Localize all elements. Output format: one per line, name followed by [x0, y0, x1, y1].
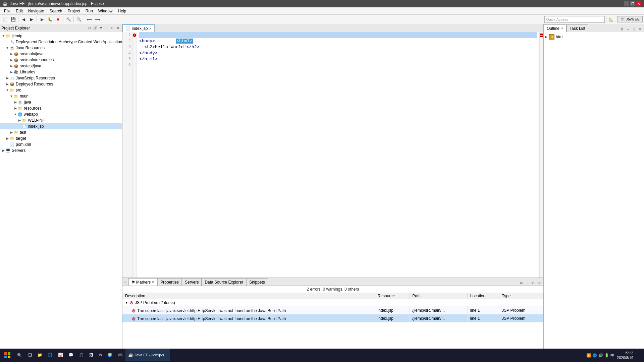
bottom-panel-close[interactable]: ✕	[537, 280, 542, 286]
tree-item-jlemip[interactable]: ▼ 📁 jlemip	[0, 33, 122, 39]
bottom-tab-snippets[interactable]: Snippets	[246, 278, 268, 286]
expand-deployed-resources[interactable]: ▶	[5, 82, 9, 86]
tree-item-java-resources[interactable]: ▼ ☕ Java Resources	[0, 45, 122, 51]
expand-src-test-java[interactable]: ▶	[9, 64, 13, 68]
expand-js-resources[interactable]: ▶	[5, 76, 9, 80]
forward-button[interactable]: ▶	[28, 16, 35, 23]
tree-item-src-test-java[interactable]: ▶ 📦 src/test/java	[0, 63, 122, 69]
taskbar-app1[interactable]: 📊	[55, 349, 66, 361]
expand-src-main-resources[interactable]: ▶	[9, 58, 13, 62]
bottom-panel-sync[interactable]: ⚙	[519, 280, 524, 286]
col-description[interactable]: Description	[122, 293, 375, 299]
start-button[interactable]	[1, 349, 13, 361]
expand-src[interactable]: ▼	[5, 88, 9, 92]
tab-close-button[interactable]: ✕	[149, 27, 152, 31]
search-button[interactable]: 🔍	[75, 16, 83, 23]
tray-arrow-icon[interactable]: 🔼	[586, 353, 591, 358]
tree-item-src[interactable]: ▼ 📁 src	[0, 87, 122, 93]
bottom-panel-minimize[interactable]: ─	[525, 280, 530, 286]
menu-navigate[interactable]: Navigate	[25, 8, 47, 14]
code-line-1[interactable]: <html>	[139, 32, 537, 38]
panel-maximize-button[interactable]: □	[110, 25, 115, 31]
bottom-tab-datasource[interactable]: Data Source Explorer	[202, 278, 246, 286]
new-button[interactable]: 📄	[1, 16, 9, 23]
tray-input-icon[interactable]: 中	[610, 353, 614, 358]
panel-menu-button[interactable]: ▼	[98, 25, 104, 31]
col-location[interactable]: Location	[467, 293, 499, 299]
outline-tab[interactable]: Outline ✕	[544, 24, 567, 32]
show-desktop-button[interactable]	[636, 349, 643, 362]
menu-help[interactable]: Help	[115, 8, 129, 14]
tree-item-resources[interactable]: ▶ 📁 resources	[0, 105, 122, 111]
col-resource[interactable]: Resource	[375, 293, 410, 299]
stop-button[interactable]: ■	[54, 16, 62, 23]
expand-webapp[interactable]: ▼	[13, 112, 17, 116]
bottom-panel-maximize[interactable]: □	[531, 280, 536, 286]
bottom-tab-servers[interactable]: Servers	[182, 278, 202, 286]
tree-item-web-inf[interactable]: ▶ 📁 WEB-INF	[0, 117, 122, 123]
col-path[interactable]: Path	[410, 293, 467, 299]
tray-network-icon[interactable]: 🌐	[592, 353, 597, 358]
expand-java[interactable]: ▶	[13, 100, 17, 104]
taskbar-clock[interactable]: 15:23 2020/8/19	[617, 351, 636, 360]
taskbar-eclipse[interactable]: ☕ Java EE - jlemip/s...	[125, 349, 170, 361]
close-button[interactable]: ✕	[636, 1, 641, 6]
tree-item-pom-xml[interactable]: 📄 pom.xml	[0, 141, 122, 147]
right-panel-close[interactable]: ✕	[637, 26, 643, 32]
code-line-2[interactable]: <body>	[139, 38, 537, 44]
tree-item-index-jsp[interactable]: 📄 index.jsp	[0, 123, 122, 129]
code-line-4[interactable]: </body>	[139, 50, 537, 56]
back-button[interactable]: ◀	[20, 16, 27, 23]
menu-project[interactable]: Project	[65, 8, 83, 14]
markers-tab-close[interactable]: ✕	[152, 281, 154, 284]
run-button[interactable]: ▶	[38, 16, 46, 23]
task-list-tab[interactable]: Task List	[567, 24, 588, 32]
taskbar-app4[interactable]: 🖼	[87, 349, 96, 361]
next-edit-button[interactable]: ⟶	[94, 16, 101, 23]
taskbar-app2[interactable]: 💬	[66, 349, 76, 361]
taskbar-search-button[interactable]: 🔍	[13, 349, 25, 361]
taskbar-app6[interactable]: 🌍	[105, 349, 115, 361]
tree-item-deployed-resources[interactable]: ▶ 📦 Deployed Resources	[0, 81, 122, 87]
menu-run[interactable]: Run	[83, 8, 96, 14]
panel-minimize-button[interactable]: ─	[104, 25, 109, 31]
taskbar-app3[interactable]: 🎵	[76, 349, 87, 361]
tree-item-src-main-java[interactable]: ▶ 📦 src/main/java	[0, 51, 122, 57]
group-expand-icon[interactable]: ▼	[125, 301, 128, 304]
markers-row-1[interactable]: ⊗ The superclass 'javax.servlet.http.Htt…	[122, 306, 543, 314]
right-panel-maximize[interactable]: □	[631, 26, 637, 32]
menu-search[interactable]: Search	[47, 8, 65, 14]
code-line-6[interactable]	[139, 62, 537, 68]
tree-item-java[interactable]: ▶ ☕ java	[0, 99, 122, 105]
tree-item-test[interactable]: ▶ 📁 test	[0, 129, 122, 135]
expand-libraries[interactable]: ▶	[9, 70, 13, 74]
code-line-3[interactable]: <h2>Hello World!</h2>	[139, 44, 537, 50]
expand-target[interactable]: ▶	[5, 136, 9, 140]
taskbar-browser[interactable]: 🌐	[45, 349, 55, 361]
editor-tab-index-jsp[interactable]: 📄 index.jsp ✕	[122, 24, 155, 32]
quick-access-input[interactable]: Quick Access	[544, 16, 605, 23]
expand-test[interactable]: ▶	[9, 130, 13, 134]
tree-item-src-main-resources[interactable]: ▶ 📦 src/main/resources	[0, 57, 122, 63]
taskbar-taskview[interactable]: ❑	[25, 349, 35, 361]
bottom-tab-markers[interactable]: ⚑ Markers ✕	[128, 278, 157, 286]
link-editor-button[interactable]: 🔗	[93, 25, 98, 31]
collapse-all-button[interactable]: ⊟	[87, 25, 92, 31]
minimize-button[interactable]: ─	[624, 1, 629, 6]
tree-item-main[interactable]: ▼ 📁 main	[0, 93, 122, 99]
outline-tab-close[interactable]: ✕	[561, 27, 564, 30]
taskbar-app5[interactable]: ✉	[96, 349, 105, 361]
markers-row-2[interactable]: ⊗ The superclass 'javax.servlet.http.Htt…	[122, 314, 543, 322]
expand-main[interactable]: ▼	[9, 94, 13, 98]
tree-item-js-resources[interactable]: ▶ JS JavaScript Resources	[0, 75, 122, 81]
markers-summary[interactable]: 2 errors, 0 warnings, 0 others	[122, 286, 543, 293]
expand-src-main-java[interactable]: ▶	[9, 52, 13, 56]
tray-battery-icon[interactable]: 🔋	[604, 353, 609, 358]
expand-web-inf[interactable]: ▶	[17, 118, 21, 122]
taskbar-file-explorer[interactable]: 📁	[35, 349, 45, 361]
markers-group-jsp-problem[interactable]: ▼ ⊗ JSP Problem (2 items)	[122, 299, 543, 306]
bottom-panel-collapse[interactable]: ⌃	[122, 281, 128, 286]
debug-button[interactable]: 🐛	[46, 16, 54, 23]
tree-item-deployment-descriptor[interactable]: 🔧 Deployment Descriptor: Archetype Creat…	[0, 39, 122, 45]
expand-java-resources[interactable]: ▼	[5, 46, 9, 50]
